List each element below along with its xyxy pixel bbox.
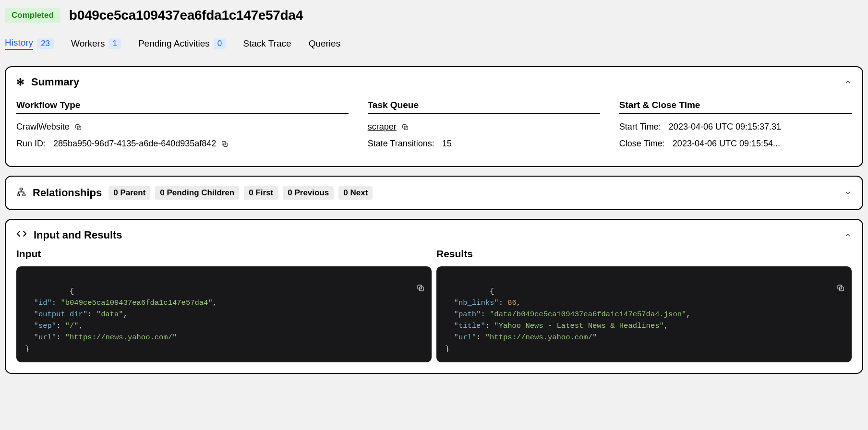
tab-pending-activities[interactable]: Pending Activities 0: [138, 37, 226, 50]
relationships-card: Relationships 0 Parent 0 Pending Childre…: [5, 176, 863, 210]
svg-rect-6: [20, 188, 23, 190]
start-close-heading: Start & Close Time: [619, 100, 852, 114]
results-column: Results { "nb_links": 86, "path": "data/…: [436, 248, 852, 362]
tabs: History 23 Workers 1 Pending Activities …: [5, 25, 863, 58]
input-code-content: { "id": "b049ce5ca109437ea6fda1c147e57da…: [25, 287, 217, 353]
tab-workers[interactable]: Workers 1: [71, 37, 121, 50]
tab-pending-count: 0: [214, 38, 226, 49]
asterisk-icon: ✻: [16, 76, 24, 88]
code-icon: [16, 228, 27, 241]
relationships-title: Relationships: [33, 187, 102, 199]
input-results-title: Input and Results: [34, 229, 122, 241]
svg-rect-7: [17, 194, 20, 196]
rel-pending-children-badge: 0 Pending Children: [155, 186, 239, 200]
tab-pending-label: Pending Activities: [138, 38, 210, 49]
results-heading: Results: [436, 248, 852, 260]
input-results-card: Input and Results Input { "id": "b049ce5…: [5, 219, 863, 374]
summary-card: ✻ Summary Workflow Type CrawlWebsite: [5, 66, 863, 167]
tab-queries-label: Queries: [309, 38, 341, 49]
workflow-type-heading: Workflow Type: [16, 100, 349, 114]
task-queue-heading: Task Queue: [368, 100, 600, 114]
start-time-label: Start Time:: [619, 122, 661, 132]
start-time-value: 2023-04-06 UTC 09:15:37.31: [669, 122, 781, 132]
rel-parent-badge: 0 Parent: [108, 186, 150, 200]
input-heading: Input: [16, 248, 432, 260]
tab-stack-label: Stack Trace: [243, 38, 291, 49]
copy-results-icon[interactable]: [783, 272, 845, 308]
input-code-block: { "id": "b049ce5ca109437ea6fda1c147e57da…: [16, 266, 432, 362]
close-time-label: Close Time:: [619, 139, 665, 149]
collapse-io-button[interactable]: [844, 231, 852, 239]
status-badge: Completed: [5, 8, 60, 23]
tab-history[interactable]: History 23: [5, 37, 54, 50]
relationships-icon: [16, 187, 26, 199]
copy-task-queue-icon[interactable]: [401, 123, 409, 131]
summary-title: Summary: [31, 76, 79, 88]
copy-input-icon[interactable]: [362, 272, 425, 308]
results-code-content: { "nb_links": 86, "path": "data/b049ce5c…: [445, 287, 691, 353]
state-transitions-label: State Transitions:: [368, 139, 434, 149]
tab-workers-label: Workers: [71, 38, 105, 49]
tab-history-count: 23: [37, 38, 54, 49]
summary-time-col: Start & Close Time Start Time: 2023-04-0…: [619, 100, 852, 155]
summary-task-queue-col: Task Queue scraper State Transitions: 15: [368, 100, 600, 155]
run-id-value: 285ba950-96d7-4135-a6de-640d935af842: [53, 139, 216, 149]
copy-workflow-type-icon[interactable]: [74, 123, 82, 131]
close-time-value: 2023-04-06 UTC 09:15:54...: [673, 139, 780, 149]
summary-workflow-type-col: Workflow Type CrawlWebsite Run ID: 285ba…: [16, 100, 349, 155]
tab-history-label: History: [5, 37, 33, 50]
run-id-label: Run ID:: [16, 139, 46, 149]
rel-previous-badge: 0 Previous: [283, 186, 334, 200]
workflow-type-value: CrawlWebsite: [16, 122, 70, 132]
copy-run-id-icon[interactable]: [221, 140, 229, 148]
expand-relationships-button[interactable]: [844, 189, 852, 197]
rel-next-badge: 0 Next: [338, 186, 373, 200]
task-queue-link[interactable]: scraper: [368, 122, 397, 132]
workflow-id: b049ce5ca109437ea6fda1c147e57da4: [69, 8, 303, 23]
svg-rect-8: [23, 194, 25, 196]
rel-first-badge: 0 First: [244, 186, 278, 200]
results-code-block: { "nb_links": 86, "path": "data/b049ce5c…: [436, 266, 852, 362]
tab-workers-count: 1: [108, 38, 121, 49]
input-column: Input { "id": "b049ce5ca109437ea6fda1c14…: [16, 248, 432, 362]
state-transitions-value: 15: [442, 139, 452, 149]
workflow-header: Completed b049ce5ca109437ea6fda1c147e57d…: [5, 5, 863, 25]
tab-queries[interactable]: Queries: [309, 37, 341, 50]
collapse-summary-button[interactable]: [844, 78, 852, 86]
tab-stack-trace[interactable]: Stack Trace: [243, 37, 291, 50]
